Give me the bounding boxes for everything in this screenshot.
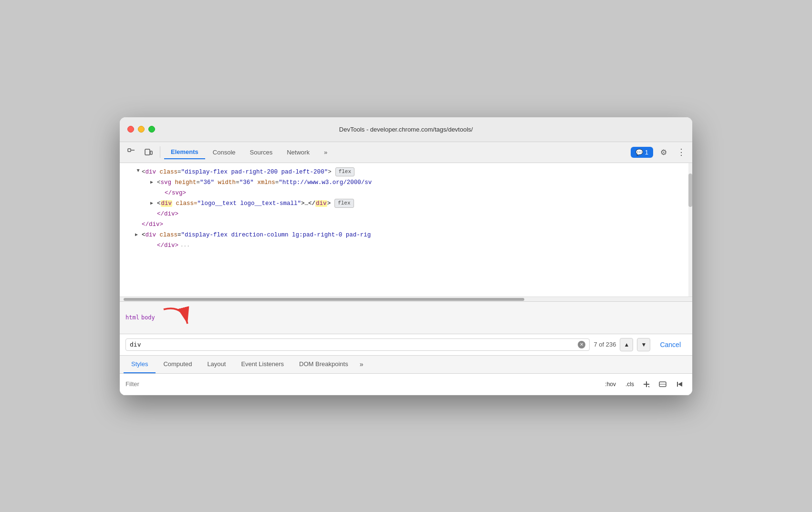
toggle-state-icon bbox=[658, 380, 667, 389]
gear-icon: ⚙ bbox=[660, 148, 667, 157]
tab-elements[interactable]: Elements bbox=[164, 145, 205, 159]
triangle-icon: ▶ bbox=[150, 179, 156, 186]
triangle-icon: ▶ bbox=[150, 200, 156, 207]
flex-badge: flex bbox=[335, 167, 354, 177]
tab-console[interactable]: Console bbox=[206, 146, 242, 159]
settings-button[interactable]: ⚙ bbox=[656, 144, 671, 160]
code-text: <div class="display-flex direction-colum… bbox=[142, 230, 371, 240]
tab-more[interactable]: » bbox=[317, 146, 334, 159]
code-text: <div class="logo__text logo__text-small"… bbox=[157, 199, 331, 208]
search-bar: ✕ 7 of 236 ▲ ▼ Cancel bbox=[120, 334, 692, 356]
search-prev-button[interactable]: ▲ bbox=[620, 338, 633, 351]
tab-layout[interactable]: Layout bbox=[199, 356, 233, 373]
html-line[interactable]: ▶ <div class="display-flex pad-right-200… bbox=[120, 167, 692, 177]
code-text: <svg height="36" width="36" xmlns="http:… bbox=[157, 178, 372, 187]
breadcrumb-bar: html body bbox=[120, 301, 692, 334]
triangle-icon: ▶ bbox=[134, 169, 142, 175]
svg-rect-3 bbox=[150, 151, 152, 154]
inspect-element-button[interactable] bbox=[124, 144, 139, 160]
breadcrumb-html[interactable]: html bbox=[125, 314, 139, 321]
tab-navigation: Elements Console Sources Network » bbox=[164, 145, 629, 159]
element-state-button[interactable] bbox=[656, 378, 669, 391]
html-line[interactable]: ▶ </div> bbox=[120, 209, 692, 219]
svg-marker-7 bbox=[648, 386, 649, 388]
toolbar-divider bbox=[160, 146, 160, 158]
triangle-icon: ▶ bbox=[135, 231, 141, 239]
tab-styles[interactable]: Styles bbox=[124, 356, 156, 373]
filter-right-controls: :hov .cls bbox=[602, 378, 687, 391]
title-bar: DevTools - developer.chrome.com/tags/dev… bbox=[120, 117, 692, 142]
html-line[interactable]: ▶ <div class="logo__text logo__text-smal… bbox=[120, 198, 692, 209]
elements-panel: ▶ <div class="display-flex pad-right-200… bbox=[120, 163, 692, 301]
svg-rect-2 bbox=[145, 149, 150, 155]
arrow-left-icon bbox=[676, 380, 684, 389]
search-current: 7 bbox=[593, 341, 597, 348]
search-total: of 236 bbox=[599, 341, 616, 348]
html-line[interactable]: ▶ <svg height="36" width="36" xmlns="htt… bbox=[120, 177, 692, 188]
tab-sources[interactable]: Sources bbox=[243, 146, 280, 159]
search-input-wrapper[interactable]: ✕ bbox=[125, 338, 590, 351]
elements-code-view[interactable]: ▶ <div class="display-flex pad-right-200… bbox=[120, 163, 692, 297]
hov-button[interactable]: :hov bbox=[602, 380, 619, 389]
flex-badge: flex bbox=[334, 199, 354, 208]
plus-icon bbox=[642, 380, 651, 389]
svg-rect-0 bbox=[128, 149, 131, 152]
html-line[interactable]: ▶ </div> bbox=[120, 219, 692, 230]
search-input[interactable] bbox=[130, 341, 575, 348]
annotation-arrow bbox=[159, 305, 197, 331]
code-text: </svg> bbox=[165, 188, 186, 198]
code-text: </div> bbox=[157, 209, 178, 219]
search-cancel-button[interactable]: Cancel bbox=[654, 339, 687, 350]
search-clear-button[interactable]: ✕ bbox=[578, 341, 585, 348]
filter-bar: Filter :hov .cls bbox=[120, 374, 692, 395]
code-text: </div> bbox=[142, 220, 163, 229]
search-next-button[interactable]: ▼ bbox=[637, 338, 650, 351]
close-button[interactable] bbox=[127, 126, 134, 133]
new-style-rule-button[interactable] bbox=[673, 378, 687, 391]
horizontal-scrollbar-thumb[interactable] bbox=[124, 298, 524, 301]
tab-event-listeners[interactable]: Event Listeners bbox=[233, 356, 291, 373]
code-text: </div> bbox=[157, 241, 178, 250]
bottom-panel-tabs: Styles Computed Layout Event Listeners D… bbox=[120, 356, 692, 374]
horizontal-scrollbar-track[interactable] bbox=[120, 297, 692, 301]
cls-button[interactable]: .cls bbox=[623, 380, 637, 389]
devtools-window: DevTools - developer.chrome.com/tags/dev… bbox=[120, 117, 692, 395]
minimize-button[interactable] bbox=[138, 126, 145, 133]
ellipsis: ... bbox=[180, 241, 190, 250]
toolbar-right: 💬 1 ⚙ ⋮ bbox=[631, 144, 688, 160]
devtools-toolbar: Elements Console Sources Network » 💬 1 ⚙… bbox=[120, 142, 692, 163]
search-count: 7 of 236 bbox=[593, 341, 616, 348]
html-line[interactable]: ▶ </svg> bbox=[120, 188, 692, 198]
window-title: DevTools - developer.chrome.com/tags/dev… bbox=[339, 126, 473, 133]
code-text: <div class="display-flex pad-right-200 p… bbox=[142, 167, 332, 177]
tab-computed[interactable]: Computed bbox=[156, 356, 199, 373]
breadcrumb-body[interactable]: body bbox=[141, 314, 155, 321]
html-line[interactable]: ▶ </div> ... bbox=[120, 240, 692, 251]
html-line[interactable]: ▶ <div class="display-flex direction-col… bbox=[120, 230, 692, 240]
filter-label: Filter bbox=[125, 380, 598, 388]
vertical-scrollbar-thumb[interactable] bbox=[688, 174, 692, 207]
svg-rect-11 bbox=[677, 382, 678, 387]
tab-network[interactable]: Network bbox=[280, 146, 316, 159]
more-options-button[interactable]: ⋮ bbox=[674, 145, 688, 159]
add-style-rule-button[interactable] bbox=[641, 379, 652, 390]
notifications-badge-button[interactable]: 💬 1 bbox=[631, 147, 653, 158]
maximize-button[interactable] bbox=[148, 126, 155, 133]
vertical-scrollbar-track[interactable] bbox=[688, 163, 692, 297]
svg-marker-10 bbox=[678, 382, 682, 387]
device-toggle-button[interactable] bbox=[141, 144, 156, 160]
tab-dom-breakpoints[interactable]: DOM Breakpoints bbox=[291, 356, 356, 373]
more-tabs-button[interactable]: » bbox=[356, 358, 367, 370]
traffic-lights bbox=[127, 126, 155, 133]
